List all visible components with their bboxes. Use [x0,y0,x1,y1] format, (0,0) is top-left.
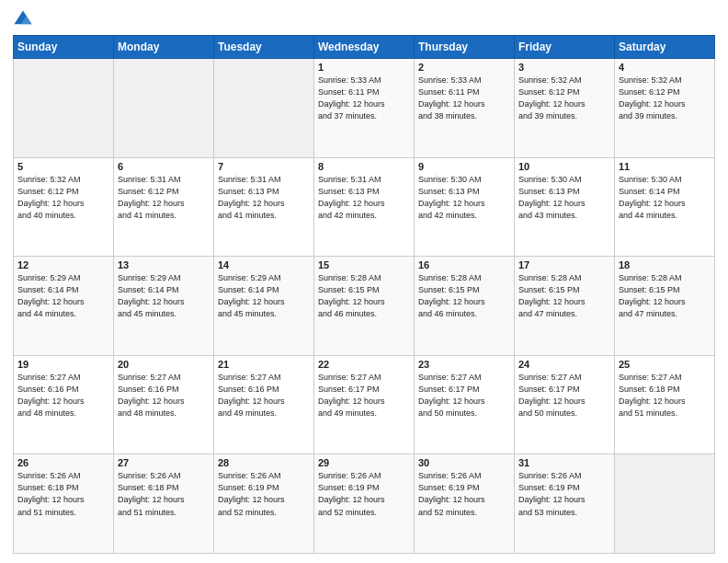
calendar-cell: 19Sunrise: 5:27 AM Sunset: 6:16 PM Dayli… [14,355,114,454]
day-info: Sunrise: 5:29 AM Sunset: 6:14 PM Dayligh… [17,272,109,320]
day-number: 28 [218,457,310,468]
calendar-cell [114,59,214,158]
day-number: 9 [418,161,510,172]
day-number: 2 [418,62,510,73]
day-info: Sunrise: 5:29 AM Sunset: 6:14 PM Dayligh… [218,272,310,320]
calendar-cell: 30Sunrise: 5:26 AM Sunset: 6:19 PM Dayli… [415,454,515,554]
day-info: Sunrise: 5:26 AM Sunset: 6:19 PM Dayligh… [518,470,610,518]
day-number: 4 [619,62,711,73]
calendar-cell [214,59,314,158]
day-number: 17 [518,259,610,270]
calendar-header: SundayMondayTuesdayWednesdayThursdayFrid… [14,36,715,59]
day-number: 6 [118,161,210,172]
day-number: 21 [218,359,310,370]
calendar-cell: 7Sunrise: 5:31 AM Sunset: 6:13 PM Daylig… [214,157,314,257]
day-info: Sunrise: 5:29 AM Sunset: 6:14 PM Dayligh… [118,272,210,320]
calendar-table: SundayMondayTuesdayWednesdayThursdayFrid… [13,35,715,554]
calendar-cell: 20Sunrise: 5:27 AM Sunset: 6:16 PM Dayli… [114,355,214,454]
calendar-cell: 27Sunrise: 5:26 AM Sunset: 6:18 PM Dayli… [114,454,214,554]
calendar-cell: 8Sunrise: 5:31 AM Sunset: 6:13 PM Daylig… [314,157,415,257]
calendar-cell: 26Sunrise: 5:26 AM Sunset: 6:18 PM Dayli… [14,454,114,554]
week-row-2: 5Sunrise: 5:32 AM Sunset: 6:12 PM Daylig… [14,157,715,257]
day-info: Sunrise: 5:32 AM Sunset: 6:12 PM Dayligh… [619,75,711,122]
calendar-cell: 13Sunrise: 5:29 AM Sunset: 6:14 PM Dayli… [114,257,214,356]
day-number: 25 [619,359,711,370]
day-info: Sunrise: 5:32 AM Sunset: 6:12 PM Dayligh… [17,174,109,222]
calendar-cell: 2Sunrise: 5:33 AM Sunset: 6:11 PM Daylig… [415,59,515,158]
logo-icon [13,9,33,29]
calendar-cell: 10Sunrise: 5:30 AM Sunset: 6:13 PM Dayli… [515,157,615,257]
day-info: Sunrise: 5:31 AM Sunset: 6:13 PM Dayligh… [318,174,410,222]
day-number: 20 [118,359,210,370]
day-header-sunday: Sunday [14,36,114,59]
day-number: 13 [118,259,210,270]
day-info: Sunrise: 5:30 AM Sunset: 6:13 PM Dayligh… [418,174,510,222]
day-info: Sunrise: 5:28 AM Sunset: 6:15 PM Dayligh… [318,272,410,320]
calendar-body: 1Sunrise: 5:33 AM Sunset: 6:11 PM Daylig… [14,59,715,554]
day-info: Sunrise: 5:26 AM Sunset: 6:18 PM Dayligh… [118,470,210,518]
calendar-cell [14,59,114,158]
day-info: Sunrise: 5:26 AM Sunset: 6:19 PM Dayligh… [418,470,510,518]
day-header-saturday: Saturday [615,36,715,59]
calendar-cell: 18Sunrise: 5:28 AM Sunset: 6:15 PM Dayli… [615,257,715,356]
day-number: 26 [17,457,109,468]
week-row-4: 19Sunrise: 5:27 AM Sunset: 6:16 PM Dayli… [14,355,715,454]
logo [13,9,37,29]
calendar-cell: 22Sunrise: 5:27 AM Sunset: 6:17 PM Dayli… [314,355,415,454]
calendar-cell: 4Sunrise: 5:32 AM Sunset: 6:12 PM Daylig… [615,59,715,158]
day-info: Sunrise: 5:32 AM Sunset: 6:12 PM Dayligh… [518,75,610,122]
day-info: Sunrise: 5:31 AM Sunset: 6:13 PM Dayligh… [218,174,310,222]
day-number: 24 [518,359,610,370]
header-row: SundayMondayTuesdayWednesdayThursdayFrid… [14,36,715,59]
day-number: 7 [218,161,310,172]
day-number: 12 [17,259,109,270]
day-info: Sunrise: 5:27 AM Sunset: 6:18 PM Dayligh… [619,372,711,419]
day-info: Sunrise: 5:27 AM Sunset: 6:17 PM Dayligh… [418,372,510,419]
day-number: 11 [619,161,711,172]
calendar-cell: 3Sunrise: 5:32 AM Sunset: 6:12 PM Daylig… [515,59,615,158]
calendar-cell: 12Sunrise: 5:29 AM Sunset: 6:14 PM Dayli… [14,257,114,356]
calendar-cell: 28Sunrise: 5:26 AM Sunset: 6:19 PM Dayli… [214,454,314,554]
day-number: 3 [518,62,610,73]
calendar-cell: 24Sunrise: 5:27 AM Sunset: 6:17 PM Dayli… [515,355,615,454]
day-number: 1 [318,62,410,73]
day-number: 10 [518,161,610,172]
day-info: Sunrise: 5:28 AM Sunset: 6:15 PM Dayligh… [418,272,510,320]
day-header-friday: Friday [515,36,615,59]
day-header-monday: Monday [114,36,214,59]
week-row-3: 12Sunrise: 5:29 AM Sunset: 6:14 PM Dayli… [14,257,715,356]
day-header-thursday: Thursday [415,36,515,59]
day-info: Sunrise: 5:30 AM Sunset: 6:13 PM Dayligh… [518,174,610,222]
calendar-cell: 11Sunrise: 5:30 AM Sunset: 6:14 PM Dayli… [615,157,715,257]
calendar-cell: 9Sunrise: 5:30 AM Sunset: 6:13 PM Daylig… [415,157,515,257]
week-row-5: 26Sunrise: 5:26 AM Sunset: 6:18 PM Dayli… [14,454,715,554]
page: SundayMondayTuesdayWednesdayThursdayFrid… [0,0,728,563]
day-number: 8 [318,161,410,172]
day-info: Sunrise: 5:28 AM Sunset: 6:15 PM Dayligh… [518,272,610,320]
calendar-cell [615,454,715,554]
day-number: 19 [17,359,109,370]
calendar-cell: 15Sunrise: 5:28 AM Sunset: 6:15 PM Dayli… [314,257,415,356]
calendar-cell: 6Sunrise: 5:31 AM Sunset: 6:12 PM Daylig… [114,157,214,257]
calendar-cell: 16Sunrise: 5:28 AM Sunset: 6:15 PM Dayli… [415,257,515,356]
calendar-cell: 31Sunrise: 5:26 AM Sunset: 6:19 PM Dayli… [515,454,615,554]
calendar-cell: 25Sunrise: 5:27 AM Sunset: 6:18 PM Dayli… [615,355,715,454]
day-number: 29 [318,457,410,468]
day-number: 5 [17,161,109,172]
calendar-cell: 17Sunrise: 5:28 AM Sunset: 6:15 PM Dayli… [515,257,615,356]
day-number: 18 [619,259,711,270]
day-info: Sunrise: 5:27 AM Sunset: 6:16 PM Dayligh… [118,372,210,419]
calendar-cell: 29Sunrise: 5:26 AM Sunset: 6:19 PM Dayli… [314,454,415,554]
week-row-1: 1Sunrise: 5:33 AM Sunset: 6:11 PM Daylig… [14,59,715,158]
day-number: 14 [218,259,310,270]
header [13,9,715,29]
day-info: Sunrise: 5:28 AM Sunset: 6:15 PM Dayligh… [619,272,711,320]
day-info: Sunrise: 5:27 AM Sunset: 6:17 PM Dayligh… [318,372,410,419]
day-info: Sunrise: 5:33 AM Sunset: 6:11 PM Dayligh… [418,75,510,122]
day-number: 30 [418,457,510,468]
calendar-cell: 23Sunrise: 5:27 AM Sunset: 6:17 PM Dayli… [415,355,515,454]
day-info: Sunrise: 5:26 AM Sunset: 6:18 PM Dayligh… [17,470,109,518]
day-info: Sunrise: 5:27 AM Sunset: 6:16 PM Dayligh… [17,372,109,419]
day-info: Sunrise: 5:27 AM Sunset: 6:17 PM Dayligh… [518,372,610,419]
day-info: Sunrise: 5:26 AM Sunset: 6:19 PM Dayligh… [218,470,310,518]
